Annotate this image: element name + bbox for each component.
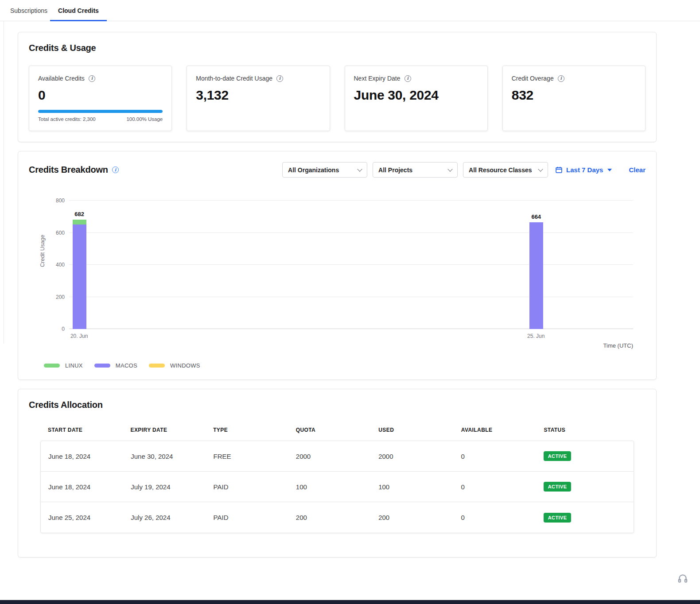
page-edge-divider [4,0,4,344]
cell-start-date: June 25, 2024 [48,514,131,521]
date-range-picker[interactable]: Last 7 Days [555,166,612,174]
stat-card-available-credits: Available Credits 0 Total active credits… [29,66,172,131]
projects-select[interactable]: All Projects [373,162,458,178]
status-badge: ACTIVE [544,451,572,461]
stat-label: Month-to-date Credit Usage [196,75,272,82]
status-badge: ACTIVE [544,513,572,523]
chart-bar-segment-linux [73,220,86,225]
chart-gridline [69,200,633,201]
support-icon[interactable] [677,573,688,586]
info-icon[interactable] [112,166,119,173]
credits-progress-bar [38,110,163,113]
total-active-credits-label: Total active credits: 2,300 [38,116,96,122]
chart-bar-segment-macos [73,225,86,329]
info-icon[interactable] [276,75,283,82]
column-header-type: TYPE [213,427,296,433]
legend-swatch [94,364,110,368]
legend-swatch [44,364,60,368]
cell-start-date: June 18, 2024 [48,483,131,491]
legend-item-macos[interactable]: MACOS [94,362,137,369]
chart-gridline [69,232,633,233]
cell-available: 0 [461,483,543,491]
y-axis-tick-label: 400 [56,262,65,268]
cell-quota: 200 [296,514,378,521]
y-axis-tick-label: 200 [56,294,65,300]
legend-label: LINUX [65,362,83,369]
credits-allocation-title: Credits Allocation [29,400,646,410]
column-header-start-date: START DATE [48,427,131,433]
credits-breakdown-title: Credits Breakdown [29,165,108,175]
chart-gridline [69,264,633,265]
stat-card-mtd-usage: Month-to-date Credit Usage 3,132 [187,66,330,131]
stat-card-row: Available Credits 0 Total active credits… [29,66,646,131]
y-axis-title: Credit Usage [39,235,46,267]
legend-label: MACOS [116,362,137,369]
chart-bar-segment-macos [529,222,543,329]
credits-breakdown-chart: Credit Usage 020040060080068220. Jun6642… [29,201,646,349]
credits-usage-section: Credits & Usage Available Credits 0 Tota… [18,32,657,142]
stat-value: June 30, 2024 [354,88,478,103]
credits-progress-fill [38,110,163,113]
tab-subscriptions[interactable]: Subscriptions [5,0,53,21]
stat-value: 832 [512,88,636,103]
cell-type: PAID [214,483,296,491]
legend-label: WINDOWS [170,362,200,369]
legend-item-linux[interactable]: LINUX [44,362,83,369]
tab-bar: Subscriptions Cloud Credits [0,0,700,21]
main-content: Credits & Usage Available Credits 0 Tota… [0,21,700,558]
stat-value: 3,132 [196,88,320,103]
legend-item-windows[interactable]: WINDOWS [149,362,200,369]
cell-expiry-date: July 19, 2024 [131,483,213,491]
credits-breakdown-section: Credits Breakdown All Organizations All … [18,151,657,380]
info-icon[interactable] [89,75,95,82]
usage-percent-label: 100.00% Usage [126,116,163,122]
clear-filters-button[interactable]: Clear [629,166,646,174]
y-axis-tick-label: 800 [56,197,65,204]
cell-used: 200 [378,514,461,521]
stat-card-credit-overage: Credit Overage 832 [502,66,646,131]
chart-bar: 664 [529,201,543,329]
projects-select-value: All Projects [378,166,412,174]
y-axis-tick-label: 600 [56,230,65,236]
chart-gridline [69,297,633,297]
cell-available: 0 [461,514,543,521]
info-icon[interactable] [404,75,411,82]
table-header-row: START DATE EXPIRY DATE TYPE QUOTA USED A… [40,427,634,433]
credits-allocation-table: START DATE EXPIRY DATE TYPE QUOTA USED A… [40,427,634,533]
info-icon[interactable] [558,75,564,82]
x-axis-title: Time (UTC) [69,342,633,349]
column-header-available: AVAILABLE [461,427,544,433]
chart-legend: LINUXMACOSWINDOWS [44,362,646,369]
table-row: June 18, 2024 July 19, 2024 PAID 100 100… [41,472,634,502]
column-header-status: STATUS [544,427,626,433]
chevron-down-icon [447,166,452,171]
organizations-select[interactable]: All Organizations [282,162,367,178]
stat-label: Available Credits [38,75,85,82]
stat-card-next-expiry: Next Expiry Date June 30, 2024 [345,66,488,131]
bar-value-label: 664 [531,213,541,220]
bar-value-label: 682 [74,211,84,217]
cell-available: 0 [461,453,543,460]
tab-cloud-credits[interactable]: Cloud Credits [53,0,104,21]
chevron-down-icon [357,166,362,171]
resource-classes-select-value: All Resource Classes [469,166,532,174]
cell-quota: 2000 [296,453,378,460]
cell-type: FREE [214,453,296,460]
x-axis-tick-label: 20. Jun [70,333,88,339]
column-header-expiry-date: EXPIRY DATE [131,427,214,433]
cell-expiry-date: June 30, 2024 [131,453,213,460]
table-row: June 18, 2024 June 30, 2024 FREE 2000 20… [41,441,634,472]
column-header-used: USED [378,427,461,433]
chart-plot: 020040060080068220. Jun66425. Jun [69,201,633,329]
cell-start-date: June 18, 2024 [48,453,131,460]
y-axis-tick-label: 0 [62,326,65,332]
organizations-select-value: All Organizations [288,166,339,174]
resource-classes-select[interactable]: All Resource Classes [463,162,548,178]
stat-label: Next Expiry Date [354,75,401,82]
chevron-down-icon [538,166,543,171]
chart-gridline [69,329,633,329]
chart-bar: 682 [73,201,86,329]
calendar-icon [555,166,563,174]
stat-value: 0 [38,88,163,103]
date-range-value: Last 7 Days [566,166,603,174]
